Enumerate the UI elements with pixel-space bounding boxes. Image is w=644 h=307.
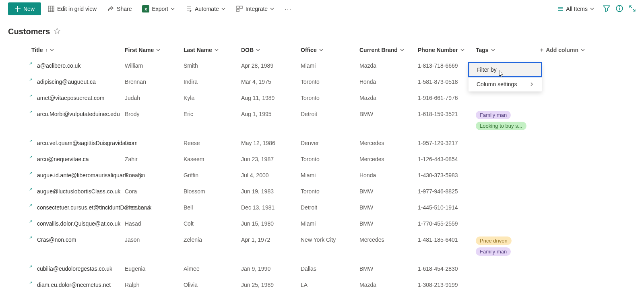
brand-cell: Mazda (359, 282, 376, 288)
chevron-down-icon (460, 48, 464, 52)
table-row[interactable]: ↗arcu.vel.quam@sagittisDuisgravida.comIl… (0, 135, 644, 151)
chevron-down-icon (491, 48, 495, 52)
phone-cell: 1-126-443-0854 (418, 156, 458, 162)
title-cell[interactable]: a@aclibero.co.uk (37, 62, 80, 69)
table-row[interactable]: ↗diam.eu.dolor@necmetus.netRalphOliviaJu… (0, 277, 644, 293)
tags-cell: Price drivenFamily man (476, 236, 540, 256)
col-header-dob[interactable]: DOB (241, 47, 260, 53)
chevron-down-icon (270, 7, 274, 11)
office-cell: Miami (301, 172, 316, 178)
view-selector[interactable]: All Items (554, 4, 597, 14)
title-cell[interactable]: amet@vitaeposuereat.com (37, 95, 105, 101)
office-cell: Detroit (301, 204, 317, 211)
dob-cell: Dec 13, 1981 (241, 204, 275, 211)
brand-cell: Mercedes (359, 140, 384, 146)
phone-cell: 1-430-373-5983 (418, 172, 458, 178)
last-name-cell: Zelenia (184, 236, 202, 243)
office-cell: Miami (301, 62, 316, 69)
export-button[interactable]: x Export (138, 3, 178, 15)
office-cell: LA (301, 282, 308, 288)
svg-rect-0 (48, 6, 54, 12)
integrate-icon (236, 5, 243, 12)
chevron-down-icon (256, 48, 260, 52)
dob-cell: Aug 11, 1989 (241, 95, 275, 101)
first-name-cell: Rosalyn (125, 172, 145, 178)
edit-grid-button[interactable]: Edit in grid view (43, 3, 101, 15)
col-header-brand[interactable]: Current Brand (359, 47, 404, 53)
office-cell: Toronto (301, 79, 320, 85)
phone-cell: 1-308-213-9199 (418, 282, 458, 288)
new-button[interactable]: New (8, 2, 41, 15)
phone-cell: 1-481-185-6401 (418, 236, 458, 243)
integrate-button[interactable]: Integrate (232, 3, 278, 15)
last-name-cell: Olivia (184, 282, 198, 288)
table-row[interactable]: ↗adipiscing@augueut.caBrennanIndiraMar 4… (0, 74, 644, 90)
table-row[interactable]: ↗convallis.dolor.Quisque@at.co.ukHasadCo… (0, 216, 644, 232)
add-column-button[interactable]: + Add column (540, 47, 585, 53)
title-cell[interactable]: convallis.dolor.Quisque@at.co.uk (37, 220, 120, 227)
tags-cell: Family manLooking to buy s... (476, 111, 540, 130)
title-cell[interactable]: cubilia@eudoloregestas.co.uk (37, 266, 112, 272)
table-row[interactable]: ↗consectetuer.cursus.et@tinciduntDonec.c… (0, 199, 644, 216)
menu-column-settings[interactable]: Column settings (469, 77, 542, 91)
col-header-last-name[interactable]: Last Name (184, 47, 219, 53)
table-row[interactable]: ↗amet@vitaeposuereat.comJudahKylaAug 11,… (0, 90, 644, 106)
col-header-tags[interactable]: Tags (476, 47, 495, 53)
chevron-right-icon (530, 82, 534, 86)
phone-cell: 1-916-661-7976 (418, 95, 458, 101)
brand-cell: BMW (359, 204, 373, 211)
col-header-phone[interactable]: Phone Number (418, 47, 464, 53)
col-header-first-name[interactable]: First Name (125, 47, 160, 53)
chevron-down-icon (215, 48, 219, 52)
tag-pill[interactable]: Family man (476, 247, 511, 256)
share-button[interactable]: Share (103, 3, 136, 15)
phone-cell: 1-770-455-2559 (418, 220, 458, 227)
filter-icon[interactable] (603, 5, 610, 13)
table-row[interactable]: ↗Cras@non.comJasonZeleniaApr 1, 1972New … (0, 232, 644, 261)
office-cell: Toronto (301, 188, 320, 195)
col-header-title[interactable]: Title ↑ (31, 47, 54, 53)
title-cell[interactable]: Cras@non.com (37, 236, 76, 243)
chevron-down-icon (581, 48, 585, 52)
info-icon[interactable] (616, 5, 623, 13)
expand-icon[interactable] (629, 5, 636, 13)
title-cell[interactable]: adipiscing@augueut.ca (37, 79, 96, 85)
tag-pill[interactable]: Price driven (476, 236, 512, 245)
more-button[interactable]: ··· (281, 3, 296, 15)
first-name-cell: Brennan (125, 79, 146, 85)
title-cell[interactable]: arcu.vel.quam@sagittisDuisgravida.com (37, 140, 138, 146)
link-icon: ↗ (29, 110, 32, 114)
chevron-down-icon (590, 7, 594, 11)
first-name-cell: Ralph (125, 282, 140, 288)
col-header-office[interactable]: Office (301, 47, 323, 53)
chevron-down-icon (319, 48, 323, 52)
table-row[interactable]: ↗augue.id.ante@liberomaurisaliquam.co.uk… (0, 167, 644, 183)
automate-button[interactable]: Automate (181, 3, 229, 15)
table-row[interactable]: ↗cubilia@eudoloregestas.co.ukEugeniaAime… (0, 261, 644, 277)
header-row: Title ↑ First Name Last Name DOB (0, 39, 644, 58)
table-row[interactable]: ↗arcu@nequevitae.caZahirKaseemJun 23, 19… (0, 151, 644, 167)
automate-icon (185, 5, 192, 12)
excel-icon: x (142, 5, 149, 12)
svg-rect-5 (237, 6, 239, 8)
chevron-down-icon (171, 7, 175, 11)
table-row[interactable]: ↗a@aclibero.co.ukWilliamSmithApr 28, 198… (0, 58, 644, 74)
phone-cell: 1-977-946-8825 (418, 188, 458, 195)
tag-pill[interactable]: Looking to buy s... (476, 122, 526, 130)
table-row[interactable]: ↗arcu.Morbi@vulputateduinec.eduBrodyEric… (0, 106, 644, 135)
favorite-icon[interactable] (54, 28, 60, 35)
chevron-down-icon (50, 48, 54, 52)
menu-filter-by[interactable]: Filter by (469, 62, 542, 77)
dob-cell: Apr 1, 1972 (241, 236, 270, 243)
dob-cell: May 12, 1986 (241, 140, 275, 146)
phone-cell: 1-618-454-2830 (418, 266, 458, 272)
title-cell[interactable]: arcu@nequevitae.ca (37, 156, 89, 162)
brand-cell: Mercedes (359, 236, 384, 243)
table-row[interactable]: ↗augue@luctuslobortisClass.co.ukCoraBlos… (0, 183, 644, 199)
title-cell[interactable]: arcu.Morbi@vulputateduinec.edu (37, 111, 120, 117)
tag-pill[interactable]: Family man (476, 111, 511, 119)
link-icon: ↗ (29, 139, 32, 143)
list-title-row: Customers (0, 18, 644, 39)
title-cell[interactable]: diam.eu.dolor@necmetus.net (37, 282, 111, 288)
title-cell[interactable]: augue@luctuslobortisClass.co.uk (37, 188, 120, 195)
